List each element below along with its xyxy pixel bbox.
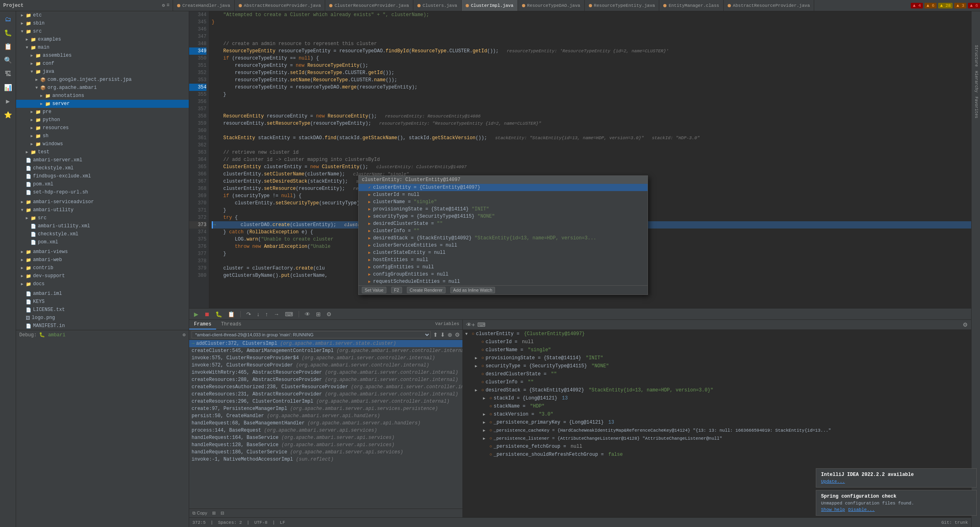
tree-item[interactable]: 📄 checkstyle.xml bbox=[16, 164, 189, 172]
frame-item[interactable]: handleRequest:68, BaseManagementHandler … bbox=[189, 420, 462, 427]
frame-item[interactable]: process:144, BaseRequest (org.apache.amb… bbox=[189, 427, 462, 434]
var-item[interactable]: ▼ ○ clusterEntity = {ClusterEntity@14097… bbox=[463, 330, 971, 338]
thread-select[interactable]: *ambari-client-thread-29@14,033 in group… bbox=[192, 331, 431, 338]
tab-createhandler[interactable]: CreateHandler.java bbox=[173, 0, 235, 11]
create-renderer-button[interactable]: Create Renderer bbox=[407, 287, 446, 293]
find-icon[interactable]: 🔍 bbox=[2, 54, 14, 67]
debug-stop-button[interactable]: ⏹ bbox=[202, 310, 211, 318]
evaluate-button[interactable]: ⌨ bbox=[283, 310, 295, 318]
var-item[interactable]: ○ stackName = "HDP" bbox=[463, 402, 971, 410]
autocomplete-item[interactable]: ▶ clusterInfo = "" bbox=[359, 227, 648, 235]
frame-list[interactable]: → addCluster:372, ClustersImpl (org.apac… bbox=[189, 340, 462, 508]
tree-item[interactable]: ▶ 📁 dev-support bbox=[16, 272, 189, 280]
frames-button[interactable]: ⊞ bbox=[314, 310, 322, 318]
var-item[interactable]: ▶ ○ _persistence_primaryKey = {Long@1412… bbox=[463, 418, 971, 426]
var-item[interactable]: ▶ ○ provisioningState = {State@14114} "I… bbox=[463, 354, 971, 362]
tree-item[interactable]: 📄 ambari-utility.xml bbox=[16, 222, 189, 230]
thread-filter-button[interactable]: ⊕ bbox=[448, 331, 452, 338]
autocomplete-item[interactable]: ▶ clusterServiceEntities = null bbox=[359, 242, 648, 249]
tree-item[interactable]: ▶ 📁 conf bbox=[16, 60, 189, 68]
var-item[interactable]: ▶ ○ desiredStack = {StackEntity@14092} "… bbox=[463, 386, 971, 394]
autocomplete-item[interactable]: ▶ configGroupEntities = null bbox=[359, 271, 648, 278]
tab-entitymanager[interactable]: EntityManager.class bbox=[659, 0, 723, 11]
tree-item[interactable]: ▶ 📁 test bbox=[16, 148, 189, 156]
thread-prev-button[interactable]: ⬆ bbox=[433, 331, 438, 338]
var-item[interactable]: ▶ ○ securityType = {SecurityType@14115} … bbox=[463, 362, 971, 370]
show-help-link[interactable]: Show help bbox=[821, 507, 845, 512]
var-item[interactable]: ▶ ○ _persistence_listener = {AttributeCh… bbox=[463, 434, 971, 443]
tree-item[interactable]: ▶ 📁 examples bbox=[16, 35, 189, 43]
frame-item[interactable]: createResources:231, AbstractResourcePro… bbox=[189, 391, 462, 398]
tree-item[interactable]: ▼ 📁 src bbox=[16, 27, 189, 35]
tree-item[interactable]: ▶ 📁 src bbox=[16, 214, 189, 222]
expand-frames-button[interactable]: ⊞ bbox=[210, 511, 217, 516]
autocomplete-item[interactable]: ▶ clusterStateEntity = null bbox=[359, 249, 648, 256]
tab-clusterresource[interactable]: ClusterResourceProvider.java bbox=[325, 0, 413, 11]
project-layout-icon[interactable]: ≡ bbox=[167, 2, 169, 8]
var-item[interactable]: ○ _persistence_fetchGroup = null bbox=[463, 443, 971, 451]
autocomplete-item[interactable]: ▶ securityType = {SecurityType@14115} "N… bbox=[359, 213, 648, 220]
frame-item[interactable]: invoke:-1, NativeMethodAccessorImpl (sun… bbox=[189, 456, 462, 463]
tree-item[interactable]: ▼ 📁 java bbox=[16, 68, 189, 76]
tree-item[interactable]: 📄 findbugs-exclude.xml bbox=[16, 172, 189, 180]
bookmark-icon[interactable]: ⭐ bbox=[2, 109, 14, 121]
frame-item[interactable]: persist:50, CreateHandler (org.apache.am… bbox=[189, 412, 462, 420]
tab-abstractresource2[interactable]: AbstractResourceProvider.java bbox=[724, 0, 814, 11]
tree-item[interactable]: ▶ 📁 contrib bbox=[16, 264, 189, 272]
tree-item[interactable]: ▶ 📁 windows bbox=[16, 140, 189, 148]
debug-play-button[interactable]: ▶ bbox=[192, 310, 200, 318]
tab-abstractresource1[interactable]: AbstractResourceProvider.java bbox=[235, 0, 325, 11]
autocomplete-item[interactable]: ▶ clusterName = "single" bbox=[359, 198, 648, 206]
tree-item[interactable]: ▼ 📦 org.apache.ambari bbox=[16, 84, 189, 92]
copy-frames-button[interactable]: ⧉ Copy bbox=[191, 511, 209, 516]
frame-item[interactable]: handleRequest:128, BaseService (org.apac… bbox=[189, 441, 462, 449]
build-icon[interactable]: 🏗 bbox=[2, 68, 14, 80]
tree-item[interactable]: ▶ 📁 assemblies bbox=[16, 51, 189, 60]
profiler-icon[interactable]: 📊 bbox=[2, 81, 14, 94]
project-icon[interactable]: 🗂 bbox=[2, 13, 14, 26]
frame-item[interactable]: handleRequest:186, ClusterService (org.a… bbox=[189, 449, 462, 456]
debug-settings-icon[interactable]: ⚙ bbox=[183, 332, 186, 338]
var-item[interactable]: ▶ ○ stackId = {Long@14121} 13 bbox=[463, 394, 971, 402]
var-item[interactable]: ▶ ○ stackVersion = "3.0" bbox=[463, 410, 971, 418]
step-out-button[interactable]: ↑ bbox=[264, 310, 270, 318]
autocomplete-item-selected[interactable]: ✓ clusterEntity = {ClusterEntity@14097} bbox=[359, 184, 648, 191]
autocomplete-item[interactable]: ▶ desiredStack = {StackEntity@14092} "St… bbox=[359, 235, 648, 242]
tree-item-server[interactable]: ▶ 📁 server bbox=[16, 100, 189, 108]
project-settings-icon[interactable]: ⚙ bbox=[162, 2, 165, 8]
tree-item[interactable]: 📄 LICENSE.txt bbox=[16, 306, 189, 314]
tree-item[interactable]: 📄 pom.xml bbox=[16, 180, 189, 188]
autocomplete-item[interactable]: ▶ clusterId = null bbox=[359, 191, 648, 198]
console-icon[interactable]: 📋 bbox=[2, 40, 14, 53]
tree-item[interactable]: ▶ 📁 ambari-web bbox=[16, 256, 189, 264]
var-item[interactable]: ○ desiredClusterState = "" bbox=[463, 370, 971, 378]
tab-clusters[interactable]: Clusters.java bbox=[413, 0, 462, 11]
disable-link[interactable]: Disable... bbox=[848, 507, 875, 512]
tree-item[interactable]: 📄 pom.xml bbox=[16, 238, 189, 246]
frame-item[interactable]: createCluster:545, AmbariManagementContr… bbox=[189, 347, 462, 354]
tree-item[interactable]: 📄 KEYS bbox=[16, 298, 189, 306]
var-settings-button[interactable]: ⚙ bbox=[963, 321, 968, 328]
frame-item[interactable]: create:97, PersistenceManagerImpl (org.a… bbox=[189, 405, 462, 412]
tree-item[interactable]: ▶ 📁 python bbox=[16, 116, 189, 124]
tree-item[interactable]: ▼ 📁 main bbox=[16, 43, 189, 51]
tree-item[interactable]: ▶ 📁 etc bbox=[16, 11, 189, 19]
var-item[interactable]: ○ clusterId = null bbox=[463, 338, 971, 346]
tree-item[interactable]: ▶ 📁 docs bbox=[16, 280, 189, 288]
f2-button[interactable]: F2 bbox=[391, 287, 402, 293]
debugger-button[interactable]: 🐛 bbox=[214, 310, 224, 318]
tree-item[interactable]: ▶ 📁 sh bbox=[16, 132, 189, 140]
tree-item[interactable]: ▶ 📦 com.google.inject.persist.jpa bbox=[16, 76, 189, 84]
tree-item[interactable]: 📄 ambari.iml bbox=[16, 290, 189, 298]
autocomplete-item[interactable]: ▶ configEntities = null bbox=[359, 264, 648, 271]
tree-item[interactable]: 📄 ambari-server.xml bbox=[16, 156, 189, 164]
add-watch-var-button[interactable]: 👁+ bbox=[466, 321, 475, 328]
var-item[interactable]: ○ _persistence_shouldRefreshFetchGroup =… bbox=[463, 451, 971, 459]
var-item[interactable]: ○ clusterName = "single" bbox=[463, 346, 971, 354]
tab-resourcetypedao[interactable]: ResourceTypeDAO.java bbox=[518, 0, 585, 11]
tab-resourcetypeentity[interactable]: ResourceTypeEntity.java bbox=[585, 0, 660, 11]
var-item[interactable]: ▶ ○ _persistence_cacheKey = {HardCacheWe… bbox=[463, 426, 971, 434]
frame-item[interactable]: createResourcesAuthorized:238, ClusterRe… bbox=[189, 383, 462, 391]
tab-clusterimpl[interactable]: ClusterImpl.java bbox=[462, 0, 518, 11]
frame-item[interactable]: handleRequest:164, BaseService (org.apac… bbox=[189, 434, 462, 441]
